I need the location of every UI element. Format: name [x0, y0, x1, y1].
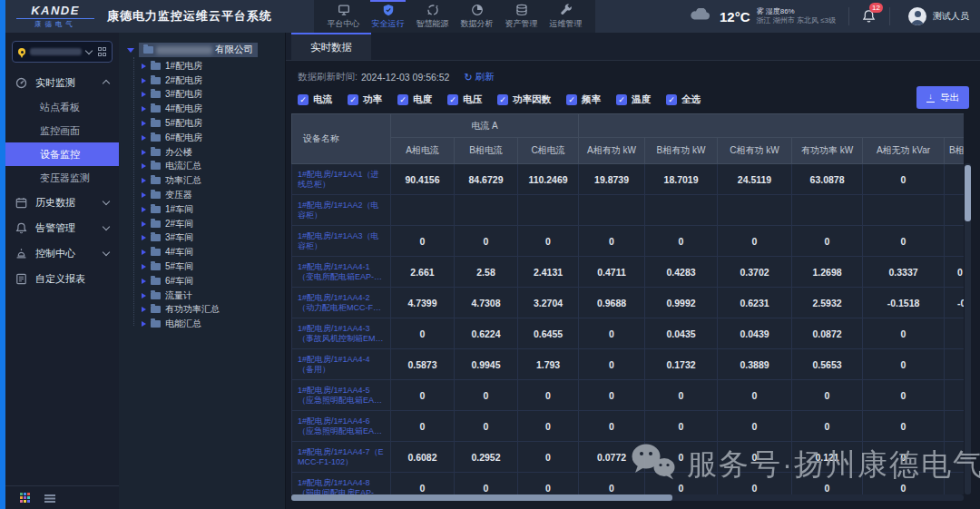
- tree-node[interactable]: 电流汇总: [119, 160, 285, 174]
- refresh-button[interactable]: 刷新: [464, 71, 494, 83]
- device-link[interactable]: 1#配电房/1#1AA4-2（动力配电柜MCC-F1-101）: [298, 293, 385, 312]
- tree-node[interactable]: 1#配电房: [119, 59, 285, 73]
- table-row: 1#配电房/1#1AA4-3（事故风机控制箱EMCC-F2-105） 0 0.6…: [292, 318, 965, 349]
- filter-checkbox[interactable]: 电度: [397, 93, 432, 106]
- apps-grid-icon[interactable]: [98, 47, 107, 56]
- menu-group-realtime-monitoring[interactable]: 实时监测: [5, 70, 119, 95]
- sidebar-subitem[interactable]: 站点看板: [5, 95, 119, 119]
- value-cell: 0: [718, 226, 792, 257]
- list-panel-icon[interactable]: [44, 494, 55, 503]
- tree-node-label: 2#车间: [165, 218, 193, 230]
- folder-icon: [151, 306, 161, 313]
- chevron-down-icon: [103, 223, 110, 230]
- menu-group-history-data[interactable]: 历史数据: [5, 190, 119, 215]
- device-link[interactable]: 1#配电房/1#1AA4-1（变电所配电箱EAP-F1-101）: [298, 262, 385, 281]
- nav-item-platform-center[interactable]: 平台中心: [323, 0, 364, 33]
- folder-icon: [151, 77, 161, 84]
- filter-checkbox[interactable]: 温度: [616, 93, 651, 106]
- device-link[interactable]: 1#配电房/1#1AA4-6（应急照明配电箱EAL-F2-102）: [298, 416, 385, 436]
- tree-node[interactable]: 6#车间: [119, 274, 285, 289]
- device-link[interactable]: 1#配电房/1#1AA4-4（备用）: [298, 355, 385, 374]
- filter-checkbox[interactable]: 功率因数: [497, 93, 551, 106]
- checkbox-checked-icon: [566, 94, 577, 105]
- value-cell: 0.9992: [645, 288, 718, 318]
- sidebar-subitem[interactable]: 变压器监测: [5, 166, 119, 190]
- tree-node[interactable]: 办公楼: [119, 145, 285, 160]
- menu-item-custom-report[interactable]: 自定义报表: [5, 266, 119, 291]
- tree-node[interactable]: 3#配电房: [119, 88, 285, 103]
- tree-node[interactable]: 变压器: [119, 188, 285, 202]
- filter-checkbox[interactable]: 功率: [348, 93, 382, 106]
- tree-root-node[interactable]: 有限公司: [119, 42, 285, 58]
- value-cell: 90.4156: [391, 164, 455, 195]
- filter-checkbox[interactable]: 电压: [447, 93, 482, 106]
- nav-item-data-analysis[interactable]: 数据分析: [456, 0, 497, 33]
- value-cell: [945, 411, 964, 442]
- notification-bell-icon[interactable]: 12: [862, 9, 877, 24]
- value-cell: 4.7399: [391, 288, 455, 318]
- table-row: 1#配电房/1#1AA4-6（应急照明配电箱EAL-F2-102） 0 0 0 …: [292, 411, 965, 442]
- tree-node[interactable]: 电能汇总: [119, 317, 285, 331]
- value-cell: 0.6231: [718, 288, 792, 318]
- tree-node[interactable]: 2#配电房: [119, 73, 285, 88]
- tree-node[interactable]: 5#车间: [119, 259, 285, 274]
- sidebar-subitem[interactable]: 设备监控: [5, 142, 119, 166]
- device-link[interactable]: 1#配电房/1#1AA3（电容柜）: [298, 231, 385, 250]
- export-button[interactable]: 导出: [916, 86, 969, 109]
- tree-node[interactable]: 1#车间: [119, 202, 285, 217]
- bell-icon: [15, 222, 27, 234]
- value-cell: 0: [863, 380, 945, 411]
- device-link[interactable]: 1#配电房/1#1AA4-8（弱电间配电房EAP-F1-103）: [298, 478, 385, 494]
- tree-node[interactable]: 4#车间: [119, 245, 285, 259]
- caret-right-icon: [142, 321, 146, 327]
- vertical-scrollbar-thumb[interactable]: [965, 165, 971, 221]
- value-cell: 0: [455, 411, 518, 442]
- location-pin-icon: [18, 48, 25, 55]
- filter-checkbox[interactable]: 频率: [566, 93, 601, 106]
- tree-node[interactable]: 2#车间: [119, 217, 285, 231]
- tree-node[interactable]: 4#配电房: [119, 102, 285, 116]
- filter-label: 全选: [681, 93, 701, 106]
- calendar-icon: [15, 197, 27, 209]
- user-avatar[interactable]: [908, 7, 926, 25]
- value-cell: 0.5653: [792, 349, 863, 380]
- device-link[interactable]: 1#配电房/1#1AA4-5（应急照明配电箱EAL-F2-103）: [298, 386, 385, 405]
- tree-node-label: 变压器: [165, 189, 192, 201]
- company-suffix: 有限公司: [215, 44, 253, 56]
- tree-node[interactable]: 5#配电房: [119, 116, 285, 131]
- tree-node[interactable]: 6#配电房: [119, 131, 285, 145]
- device-link[interactable]: 1#配电房/1#1AA4-3（事故风机控制箱EMCC-F2-105）: [298, 324, 385, 343]
- nav-item-asset-management[interactable]: 资产管理: [501, 0, 542, 33]
- nav-item-safe-operation[interactable]: 安全运行: [368, 0, 408, 33]
- nav-item-ops-management[interactable]: 运维管理: [545, 0, 586, 33]
- filter-checkbox[interactable]: 全选: [666, 93, 701, 106]
- sidebar-subitem[interactable]: 监控画面: [5, 119, 119, 142]
- recycle-icon: [426, 4, 439, 16]
- header-divider: [848, 7, 849, 25]
- tree-node[interactable]: 功率汇总: [119, 173, 285, 188]
- table-row: 1#配电房/1#1AA1（进线总柜） 90.4156 84.6729 110.2…: [292, 164, 965, 195]
- value-cell: 18.7019: [645, 164, 718, 195]
- device-link[interactable]: 1#配电房/1#1AA1（进线总柜）: [298, 170, 385, 189]
- site-selector-dropdown[interactable]: [12, 41, 113, 63]
- nav-item-smart-energy[interactable]: 智慧能源: [412, 0, 453, 33]
- horizontal-scrollbar[interactable]: [291, 494, 964, 501]
- color-grid-icon[interactable]: [20, 493, 30, 503]
- value-cell: 2.661: [391, 257, 455, 288]
- menu-group-control-center[interactable]: 控制中心: [5, 240, 119, 266]
- menu-group-alarm-management[interactable]: 告警管理: [5, 215, 119, 240]
- horizontal-scrollbar-thumb[interactable]: [291, 494, 672, 501]
- tree-node[interactable]: 流量计: [119, 289, 285, 303]
- tree-node[interactable]: 有功功率汇总: [119, 303, 285, 318]
- tab-realtime-data[interactable]: 实时数据: [291, 33, 371, 60]
- tree-node-label: 4#车间: [165, 246, 193, 259]
- caret-right-icon: [142, 121, 146, 126]
- nav-label: 数据分析: [461, 18, 494, 30]
- chevron-down-icon: [103, 198, 110, 205]
- device-link[interactable]: 1#配电房/1#1AA2（电容柜）: [298, 201, 385, 220]
- tree-node[interactable]: 3#车间: [119, 231, 285, 246]
- filter-checkbox[interactable]: 电流: [298, 93, 332, 106]
- device-link[interactable]: 1#配电房/1#1AA4-7（EMCC-F1-102）: [298, 447, 385, 466]
- value-cell: 2.4131: [518, 257, 579, 288]
- checkbox-checked-icon: [497, 94, 508, 105]
